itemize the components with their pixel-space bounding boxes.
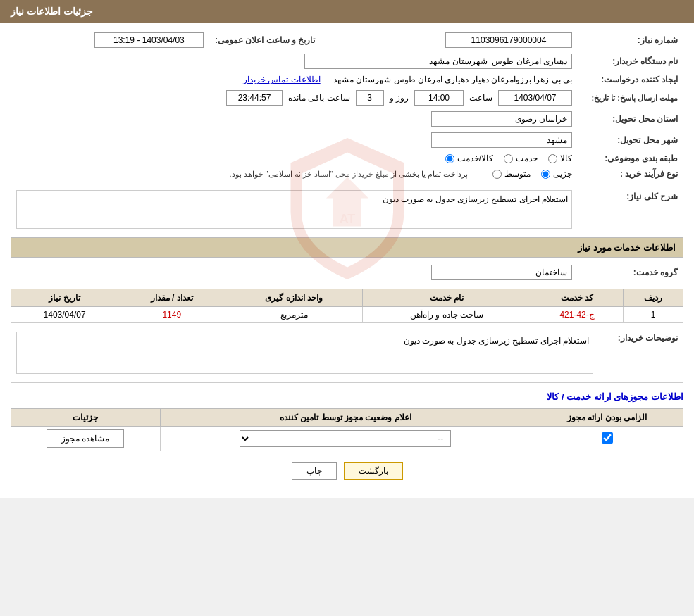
license-table: الزامی بودن ارائه مجوز اعلام وضعیت مجوز … bbox=[11, 408, 683, 451]
deadline-time-input[interactable] bbox=[414, 90, 464, 106]
col-quantity: تعداد / مقدار bbox=[118, 289, 225, 307]
cell-row: 1 bbox=[624, 307, 683, 323]
category-khedmat-radio[interactable] bbox=[504, 154, 513, 163]
general-desc-box: استعلام اجرای تسطیح زیرسازی جدول به صورت… bbox=[16, 190, 572, 229]
col-unit: واحد اندازه گیری bbox=[225, 289, 363, 307]
col-row: ردیف bbox=[624, 289, 683, 307]
license-details-cell: مشاهده مجوز bbox=[11, 427, 161, 451]
table-row: 1 ج-42-421 ساخت جاده و راه‌آهن مترمربع 1… bbox=[11, 307, 683, 323]
announcement-date-input[interactable] bbox=[94, 32, 204, 48]
purchase-jozi-label: جزیی bbox=[553, 169, 572, 179]
page-header: جزئیات اطلاعات نیاز bbox=[0, 0, 694, 23]
purchase-motavaset-radio[interactable] bbox=[492, 170, 502, 179]
purchase-motavaset-label: متوسط bbox=[504, 169, 531, 179]
announcement-date-label: تاریخ و ساعت اعلان عمومی: bbox=[209, 30, 350, 51]
general-desc-label: شرح کلی نیاز: bbox=[578, 187, 683, 232]
category-kala-label: کالا bbox=[560, 153, 572, 163]
cell-unit: مترمربع bbox=[225, 307, 363, 323]
buyer-org-label: نام دستگاه خریدار: bbox=[578, 51, 683, 72]
province-input[interactable] bbox=[431, 111, 572, 127]
col-service-name: نام خدمت bbox=[363, 289, 531, 307]
cell-quantity: 1149 bbox=[118, 307, 225, 323]
deadline-remaining-input[interactable] bbox=[226, 90, 283, 106]
license-col-status: اعلام وضعیت مجوز توسط تامین کننده bbox=[160, 409, 531, 427]
deadline-days-label: روز و bbox=[390, 93, 409, 103]
license-col-details: جزئیات bbox=[11, 409, 161, 427]
license-required-checkbox[interactable] bbox=[602, 432, 613, 444]
creator-label: ایجاد کننده درخواست: bbox=[578, 72, 683, 87]
services-table: ردیف کد خدمت نام خدمت واحد اندازه گیری ت… bbox=[11, 289, 683, 323]
creator-contact-link[interactable]: اطلاعات تماس خریدار bbox=[243, 75, 321, 84]
buyer-desc-label: توضیحات خریدار: bbox=[599, 329, 683, 377]
col-date: تاریخ نیاز bbox=[11, 289, 118, 307]
city-input[interactable] bbox=[431, 132, 572, 148]
deadline-date-input[interactable] bbox=[498, 90, 572, 106]
deadline-label: مهلت ارسال پاسخ: تا تاریخ: bbox=[578, 87, 683, 108]
need-number-label: شماره نیاز: bbox=[578, 30, 683, 51]
purchase-notice: پرداخت تمام یا بخشی از مبلغ خریداز محل "… bbox=[229, 170, 468, 179]
category-label: طبقه بندی موضوعی: bbox=[578, 151, 683, 166]
service-group-input[interactable] bbox=[431, 265, 572, 280]
buttons-row: بازگشت چاپ bbox=[11, 462, 683, 480]
deadline-remaining-label: ساعت باقی مانده bbox=[288, 93, 350, 103]
license-row: -- مشاهده مجوز bbox=[11, 427, 683, 451]
deadline-days-input[interactable] bbox=[356, 90, 384, 106]
deadline-time-label: ساعت bbox=[469, 93, 492, 103]
license-status-cell: -- bbox=[160, 427, 531, 451]
license-required-cell bbox=[531, 427, 683, 451]
province-label: استان محل تحویل: bbox=[578, 108, 683, 130]
page-title: جزئیات اطلاعات نیاز bbox=[11, 6, 93, 17]
purchase-jozi-radio[interactable] bbox=[541, 170, 550, 179]
category-kala-khedmat-label: کالا/خدمت bbox=[457, 153, 493, 163]
creator-value: بی بی زهرا برزوامرغان دهیار دهیاری امرغا… bbox=[333, 75, 572, 84]
category-kala-radio[interactable] bbox=[548, 154, 557, 163]
category-khedmat-label: خدمت bbox=[516, 153, 538, 163]
services-section-title: اطلاعات خدمات مورد نیاز bbox=[11, 237, 683, 258]
need-number-input[interactable] bbox=[445, 32, 572, 48]
cell-code: ج-42-421 bbox=[531, 307, 624, 323]
col-service-code: کد خدمت bbox=[531, 289, 624, 307]
category-kala-khedmat-radio[interactable] bbox=[445, 154, 454, 163]
license-status-select[interactable]: -- bbox=[240, 430, 451, 447]
buyer-desc-value: استعلام اجرای تسطیح زیرسازی جدول به صورت… bbox=[404, 336, 589, 346]
cell-date: 1403/04/07 bbox=[11, 307, 118, 323]
buyer-desc-box: استعلام اجرای تسطیح زیرسازی جدول به صورت… bbox=[16, 332, 593, 374]
purchase-type-label: نوع فرآیند خرید : bbox=[578, 166, 683, 182]
buyer-org-input[interactable] bbox=[304, 54, 572, 69]
license-view-button[interactable]: مشاهده مجوز bbox=[47, 429, 124, 448]
print-button[interactable]: چاپ bbox=[292, 462, 337, 480]
city-label: شهر محل تحویل: bbox=[578, 130, 683, 151]
cell-name: ساخت جاده و راه‌آهن bbox=[363, 307, 531, 323]
general-desc-value: استعلام اجرای تسطیح زیرسازی جدول به صورت… bbox=[383, 194, 568, 204]
back-button[interactable]: بازگشت bbox=[344, 462, 403, 480]
license-section-title[interactable]: اطلاعات مجوزهای ارائه خدمت / کالا bbox=[547, 391, 683, 402]
license-col-required: الزامی بودن ارائه مجوز bbox=[531, 409, 683, 427]
service-group-label: گروه خدمت: bbox=[578, 262, 683, 283]
